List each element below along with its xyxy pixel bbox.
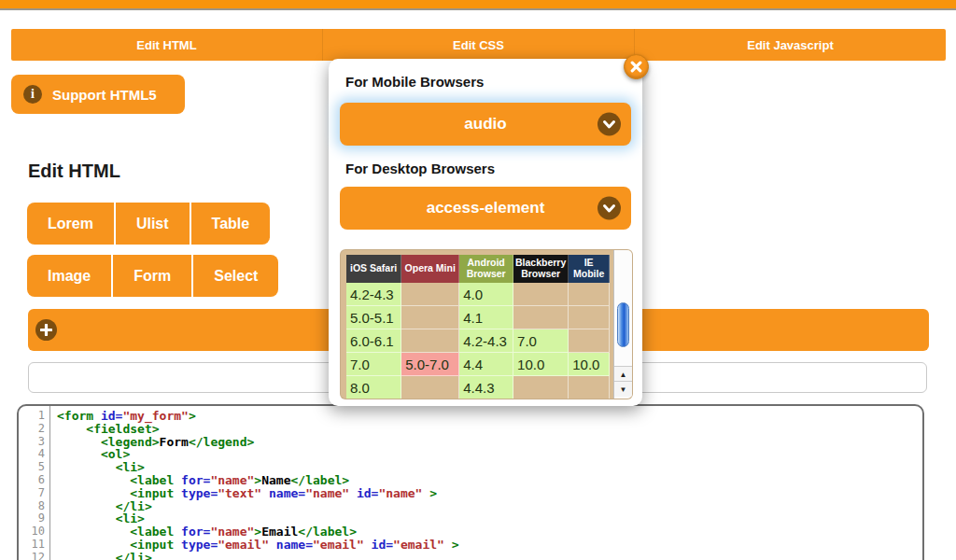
scroll-up-icon: ▲ — [620, 371, 627, 379]
snippet-button-select[interactable]: Select — [193, 255, 278, 297]
tab-bar: Edit HTMLEdit CSSEdit Javascript — [11, 29, 946, 61]
tab-edit-html[interactable]: Edit HTML — [11, 29, 322, 61]
tab-edit-javascript[interactable]: Edit Javascript — [634, 29, 946, 61]
compat-cell — [401, 376, 459, 399]
compat-header-blackberry-browser: Blackberry Browser — [513, 255, 569, 283]
scrollbar-thumb[interactable] — [617, 302, 629, 347]
compat-cell: 10.0 — [569, 353, 610, 376]
compat-header-android-browser: Android Browser — [459, 255, 513, 283]
snippet-button-image[interactable]: Image — [27, 255, 111, 297]
section-title: Edit HTML — [28, 161, 120, 182]
compat-cell: 4.1 — [459, 306, 513, 329]
info-icon: i — [23, 85, 42, 104]
top-bar — [0, 0, 956, 10]
chevron-down-icon — [598, 113, 621, 136]
compat-cell — [401, 329, 459, 353]
compat-row: 4.2-4.34.0 — [346, 283, 610, 306]
support-html5-button[interactable]: i Support HTML5 — [11, 75, 185, 114]
snippet-button-group-2: ImageFormSelect — [27, 255, 278, 297]
compat-cell: 4.0 — [459, 283, 513, 306]
compat-cell — [513, 283, 569, 306]
desktop-feature-value: access-element — [427, 199, 545, 217]
compat-cell — [569, 283, 610, 306]
close-icon — [630, 61, 642, 73]
compat-cell — [513, 376, 569, 399]
scroll-down-button[interactable]: ▼ — [614, 381, 632, 397]
compat-cell: 7.0 — [346, 353, 401, 376]
css-feature-modal: For Mobile Browsers audio For Desktop Br… — [329, 59, 642, 406]
compat-row: 5.0-5.14.1 — [346, 306, 610, 329]
compat-cell: 7.0 — [513, 329, 569, 353]
code-area[interactable]: <form id="my_form"> <fieldset> <legend>F… — [50, 406, 922, 560]
compat-header-opera-mini: Opera Mini — [401, 255, 459, 283]
mobile-browsers-heading: For Mobile Browsers — [345, 74, 484, 90]
compat-cell: 8.0 — [346, 376, 401, 399]
support-html5-label: Support HTML5 — [52, 87, 157, 103]
tab-edit-css[interactable]: Edit CSS — [322, 29, 634, 61]
compat-cell — [569, 306, 610, 329]
mobile-feature-dropdown[interactable]: audio — [340, 103, 631, 146]
compat-table-scrollbar[interactable]: ▲ ▼ — [613, 250, 632, 399]
compat-cell: 10.0 — [513, 353, 569, 376]
desktop-feature-dropdown[interactable]: access-element — [340, 187, 631, 230]
compat-header-row: iOS SafariOpera MiniAndroid BrowserBlack… — [346, 255, 610, 283]
compat-cell: 4.4 — [459, 353, 513, 376]
compat-cell — [569, 376, 610, 399]
scroll-down-icon: ▼ — [620, 385, 627, 394]
compat-cell — [513, 306, 569, 329]
compat-header-ios-safari: iOS Safari — [346, 255, 401, 283]
line-number-gutter: 1 2 3 4 5 6 7 8 9 10 11 12 — [19, 406, 50, 560]
compat-cell: 5.0-7.0 — [401, 353, 459, 376]
line-numbers: 1 2 3 4 5 6 7 8 9 10 11 12 — [19, 410, 45, 560]
compat-cell: 5.0-5.1 — [346, 306, 401, 329]
compat-table: iOS SafariOpera MiniAndroid BrowserBlack… — [346, 255, 610, 399]
scroll-up-button[interactable]: ▲ — [614, 366, 632, 382]
mobile-feature-value: audio — [464, 115, 506, 133]
modal-close-button[interactable] — [624, 54, 649, 79]
compat-row: 7.05.0-7.04.410.010.0 — [346, 353, 610, 376]
plus-icon — [35, 319, 57, 341]
compat-cell — [401, 306, 459, 329]
code-content[interactable]: <form id="my_form"> <fieldset> <legend>F… — [57, 410, 922, 560]
chevron-down-icon — [598, 197, 621, 220]
snippet-button-group-1: LoremUlistTable — [27, 203, 270, 245]
compat-cell: 4.2-4.3 — [346, 283, 401, 306]
compat-cell: 4.4.3 — [459, 376, 513, 399]
compat-cell — [569, 329, 610, 353]
compat-header-ie-mobile: IE Mobile — [569, 255, 610, 283]
snippet-button-lorem[interactable]: Lorem — [27, 203, 114, 245]
snippet-button-form[interactable]: Form — [113, 255, 191, 297]
snippet-button-ulist[interactable]: Ulist — [116, 203, 190, 245]
snippet-button-table[interactable]: Table — [191, 203, 271, 245]
compat-row: 8.04.4.3 — [346, 376, 610, 399]
compat-cell: 4.2-4.3 — [459, 329, 513, 353]
compat-row: 6.0-6.14.2-4.37.0 — [346, 329, 610, 353]
compat-cell: 6.0-6.1 — [346, 329, 401, 353]
compat-cell — [401, 283, 459, 306]
compat-table-container: iOS SafariOpera MiniAndroid BrowserBlack… — [340, 249, 633, 399]
desktop-browsers-heading: For Desktop Browsers — [345, 161, 495, 176]
code-editor[interactable]: 1 2 3 4 5 6 7 8 9 10 11 12 <form id="my_… — [17, 404, 924, 560]
